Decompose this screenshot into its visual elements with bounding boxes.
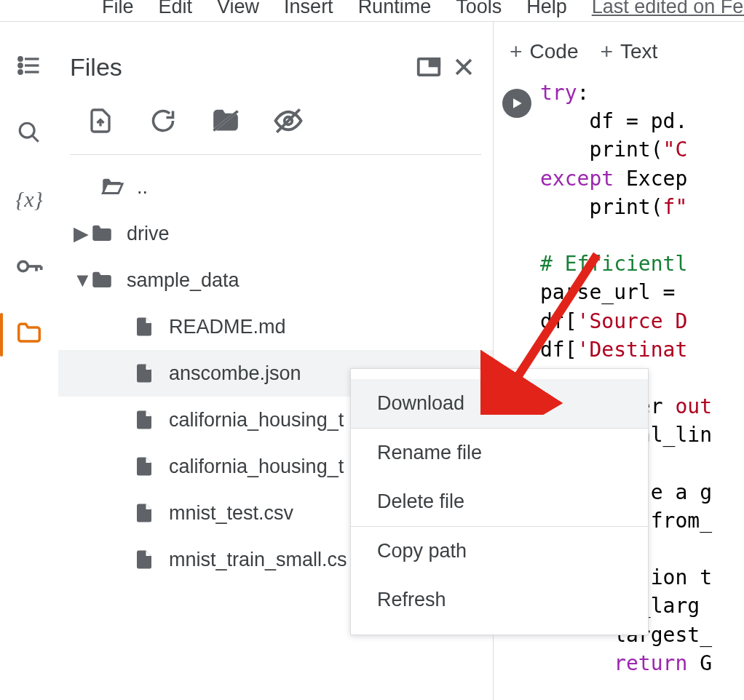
menu-help[interactable]: Help <box>526 0 567 18</box>
files-panel-title: Files <box>70 53 411 81</box>
context-menu: Download Rename file Delete file Copy pa… <box>350 368 649 635</box>
left-rail: {x} <box>0 22 58 700</box>
menu-file[interactable]: File <box>102 0 134 18</box>
add-code-label: Code <box>530 40 579 63</box>
svg-line-7 <box>32 135 39 142</box>
folder-icon <box>89 267 115 293</box>
mount-drive-icon[interactable] <box>210 105 242 137</box>
plus-icon: + <box>600 39 613 64</box>
tree-file-label: california_housing_t <box>169 456 344 478</box>
folder-icon[interactable] <box>15 319 44 348</box>
tree-file-label: anscombe.json <box>169 362 301 385</box>
upload-icon[interactable] <box>84 105 116 137</box>
add-text-label: Text <box>620 40 657 63</box>
menu-tools[interactable]: Tools <box>456 0 502 18</box>
svg-point-5 <box>19 71 23 74</box>
files-panel-header: Files <box>58 22 493 90</box>
file-icon <box>131 546 157 573</box>
add-code-button[interactable]: + Code <box>510 39 578 64</box>
variables-icon[interactable]: {x} <box>15 185 44 214</box>
file-icon <box>131 314 157 340</box>
run-cell-button[interactable] <box>502 89 531 118</box>
menu-insert[interactable]: Insert <box>284 0 333 18</box>
refresh-icon[interactable] <box>147 105 179 137</box>
file-icon <box>131 453 157 480</box>
tree-file-readme[interactable]: README.md <box>58 303 493 350</box>
cell-toolbar: + Code + Text <box>494 22 744 79</box>
chevron-right-icon: ▶ <box>73 222 89 245</box>
svg-marker-20 <box>513 98 522 108</box>
close-icon[interactable] <box>446 49 481 84</box>
tree-folder-label: sample_data <box>127 269 240 292</box>
tree-folder-drive[interactable]: ▶ drive <box>58 210 493 257</box>
context-menu-download[interactable]: Download <box>351 379 648 428</box>
tree-file-label: mnist_test.csv <box>169 502 293 525</box>
search-icon[interactable] <box>15 118 44 147</box>
folder-icon <box>89 220 115 247</box>
toggle-hidden-icon[interactable] <box>272 105 304 137</box>
top-menu-bar: File Edit View Insert Runtime Tools Help… <box>0 0 744 22</box>
menu-view[interactable]: View <box>217 0 259 18</box>
table-of-contents-icon[interactable] <box>15 51 44 80</box>
tree-file-label: california_housing_t <box>169 409 344 431</box>
add-text-button[interactable]: + Text <box>600 39 657 64</box>
svg-point-8 <box>18 261 28 271</box>
tree-root[interactable]: .. <box>58 164 493 210</box>
context-menu-delete[interactable]: Delete file <box>351 477 648 526</box>
menu-edit[interactable]: Edit <box>159 0 193 18</box>
plus-icon: + <box>510 39 523 64</box>
chevron-down-icon: ▼ <box>73 269 89 292</box>
svg-rect-13 <box>430 59 440 66</box>
active-tab-indicator <box>0 313 3 357</box>
svg-point-4 <box>19 64 23 68</box>
new-window-icon[interactable] <box>411 49 446 84</box>
key-icon[interactable] <box>15 252 44 281</box>
tree-file-label: mnist_train_small.cs <box>169 549 347 571</box>
tree-folder-sample-data[interactable]: ▼ sample_data <box>58 257 493 303</box>
folder-open-icon <box>99 174 125 200</box>
context-menu-rename[interactable]: Rename file <box>351 429 648 477</box>
svg-point-3 <box>19 57 23 61</box>
menu-runtime[interactable]: Runtime <box>358 0 432 18</box>
last-edited-link[interactable]: Last edited on Feb <box>592 0 744 18</box>
tree-file-label: README.md <box>169 316 286 338</box>
tree-folder-label: drive <box>127 223 170 245</box>
context-menu-copy-path[interactable]: Copy path <box>351 527 648 576</box>
files-toolbar <box>58 90 493 154</box>
tree-root-label: .. <box>137 176 148 199</box>
file-icon <box>131 407 157 433</box>
svg-point-6 <box>20 123 34 138</box>
file-icon <box>131 360 157 386</box>
context-menu-refresh[interactable]: Refresh <box>351 576 648 624</box>
file-icon <box>131 500 157 526</box>
